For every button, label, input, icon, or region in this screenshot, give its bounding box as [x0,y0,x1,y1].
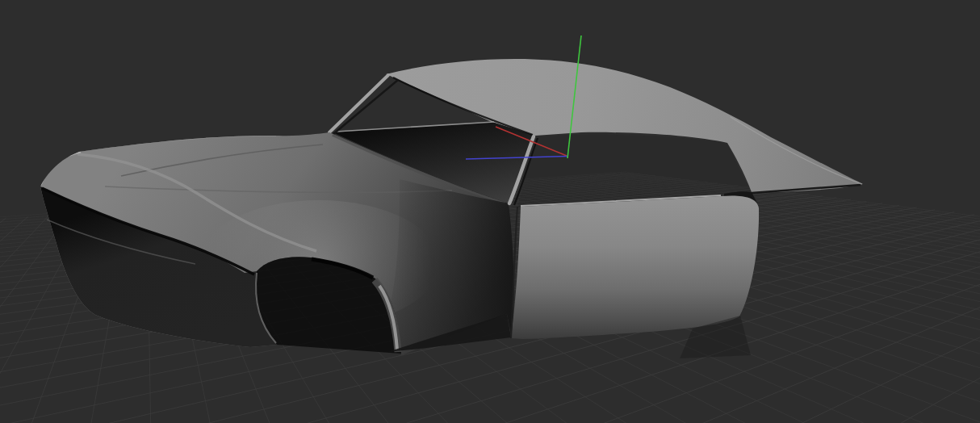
viewport[interactable] [0,0,980,423]
viewport-canvas[interactable] [0,0,980,423]
quarter-panel[interactable] [511,195,759,339]
